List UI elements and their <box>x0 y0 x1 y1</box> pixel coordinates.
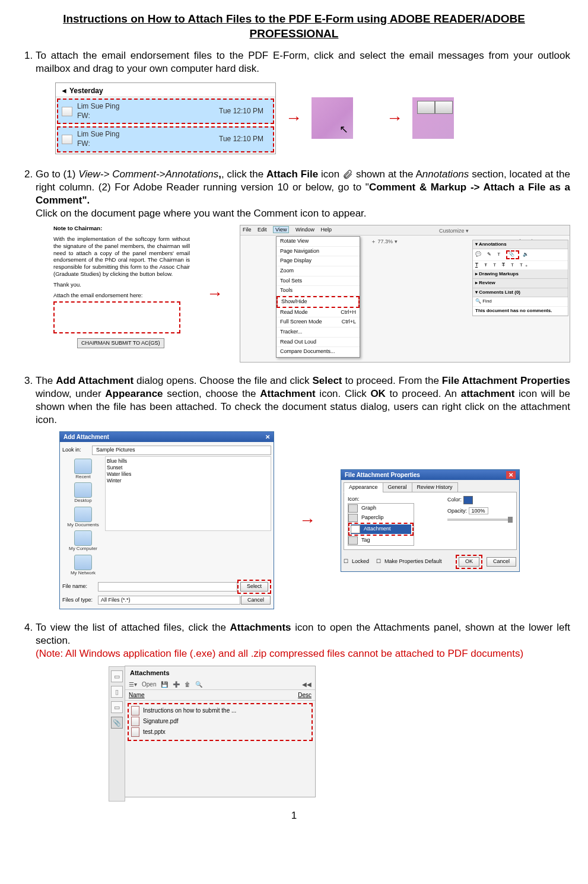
review-section[interactable]: Review <box>479 280 495 285</box>
add-icon[interactable]: ➕ <box>173 681 180 688</box>
no-comments-text: This document has no comments. <box>473 307 568 316</box>
desktop-result <box>412 97 454 139</box>
attachment-row[interactable]: Instructions on how to submit the ... <box>131 705 309 716</box>
filename-field[interactable] <box>98 582 237 592</box>
s2-pre: Go to (1) <box>36 168 78 180</box>
file-icon <box>131 717 139 726</box>
thumbnails-icon[interactable]: ▭ <box>111 670 123 682</box>
property-tabs[interactable]: AppearanceGeneralReview History <box>344 482 517 493</box>
attachment-row[interactable]: test.pptx <box>131 727 309 737</box>
attach-file-tool-icon[interactable]: 📎 <box>506 250 519 259</box>
mail-time: Tue 12:10 PM <box>219 135 263 144</box>
place-mycomputer[interactable]: My Computer <box>62 530 104 552</box>
make-default-checkbox[interactable]: Make Properties Default <box>384 558 442 565</box>
col-name[interactable]: Name <box>129 691 298 699</box>
opacity-slider[interactable] <box>508 517 513 523</box>
drawing-markups-section[interactable]: Drawing Markups <box>479 271 519 276</box>
mail-subject: FW: <box>77 112 219 121</box>
mail-icon <box>62 135 72 144</box>
menu-tracker[interactable]: Tracker... <box>276 327 360 338</box>
dialog-title: File Attachment Properties <box>345 471 420 479</box>
file-attachment-properties-dialog: File Attachment Properties✕ AppearanceGe… <box>341 469 520 572</box>
icon-graph[interactable]: Graph <box>348 504 414 513</box>
save-icon[interactable]: 💾 <box>161 681 168 688</box>
menu-read-out-loud[interactable]: Read Out Loud <box>276 338 360 348</box>
comments-list-section[interactable]: Comments List (0) <box>479 290 520 295</box>
s2-menu-path: View-> Comment->Annotations <box>78 168 218 180</box>
delete-icon[interactable]: 🗑 <box>185 681 190 688</box>
place-mydocs[interactable]: My Documents <box>62 507 104 528</box>
note-thanks: Thank you. <box>53 281 190 288</box>
filetype-field[interactable]: All Files (*.*) <box>98 596 240 605</box>
select-button[interactable]: Select <box>240 582 268 592</box>
bookmarks-icon[interactable]: ▯ <box>111 686 123 698</box>
tab-appearance[interactable]: Appearance <box>344 482 383 493</box>
step1-figure: ◄ Yesterday Lim Sue Ping FW: Tue 12:10 P… <box>53 81 570 156</box>
options-icon[interactable]: ☰▾ <box>129 681 137 688</box>
mail-row-1[interactable]: Lim Sue Ping FW: Tue 12:10 PM <box>57 98 274 124</box>
file-list[interactable]: Blue hills Sunset Water lilies Winter <box>105 456 271 531</box>
s2-line2: Click on the document page where you wan… <box>36 208 367 219</box>
tab-review-history[interactable]: Review History <box>412 482 458 493</box>
close-icon[interactable]: ✕ <box>506 471 516 479</box>
menu-show-hide[interactable]: Show/Hide <box>276 296 360 308</box>
attachments-title: Attachments <box>125 666 315 679</box>
search-icon[interactable]: 🔍 <box>195 681 202 688</box>
menu-page-nav[interactable]: Page Navigation <box>276 247 360 257</box>
mail-icon <box>62 107 72 116</box>
menu-read-mode[interactable]: Read Mode <box>280 309 308 315</box>
menu-zoom[interactable]: Zoom <box>276 266 360 276</box>
view-menu-dropdown[interactable]: Rotate View Page Navigation Page Display… <box>276 236 360 358</box>
attachment-row[interactable]: Signature.pdf <box>131 716 309 727</box>
attachments-icon[interactable]: 📎 <box>111 717 123 729</box>
color-swatch[interactable] <box>463 496 473 504</box>
pages-icon[interactable]: ▭ <box>111 701 123 713</box>
open-button[interactable]: Open <box>142 681 156 688</box>
place-recent[interactable]: Recent <box>62 459 104 480</box>
opacity-field[interactable]: 100% <box>469 507 488 514</box>
ok-button[interactable]: OK <box>459 557 479 567</box>
menu-file[interactable]: File <box>243 227 252 233</box>
menu-bar[interactable]: File Edit View Window Help <box>240 225 570 236</box>
menu-edit[interactable]: Edit <box>258 227 267 233</box>
filename-label: File name: <box>62 583 98 590</box>
menu-window[interactable]: Window <box>295 227 314 233</box>
menu-tools[interactable]: Tools <box>276 286 360 296</box>
icon-paperclip[interactable]: Paperclip <box>348 513 414 523</box>
annotations-section[interactable]: Annotations <box>479 241 507 247</box>
menu-page-display[interactable]: Page Display <box>276 256 360 266</box>
zoom-level[interactable]: 77.3% <box>378 239 393 244</box>
file-icon <box>131 727 139 737</box>
menu-tool-sets[interactable]: Tool Sets <box>276 276 360 287</box>
color-label: Color: <box>447 497 462 503</box>
close-icon[interactable]: ✕ <box>265 433 270 441</box>
note-body: With the implementation of the softcopy … <box>53 236 190 278</box>
collapse-icon[interactable]: ◀◀ <box>302 681 312 688</box>
mail-file-icon <box>417 101 435 114</box>
outlook-preview: ◄ Yesterday Lim Sue Ping FW: Tue 12:10 P… <box>55 82 276 154</box>
menu-help[interactable]: Help <box>320 227 332 233</box>
icon-tag[interactable]: Tag <box>348 536 414 545</box>
menu-full-screen[interactable]: Full Screen Mode <box>280 319 322 325</box>
instruction-list: To attach the email endorsement files to… <box>18 49 570 797</box>
customize-button[interactable]: Customize <box>439 228 465 234</box>
icon-attachment[interactable]: Attachment <box>351 524 411 534</box>
cancel-button[interactable]: Cancel <box>241 596 271 605</box>
attachments-panel: ▭ ▯ ▭ 📎 Attachments ☰▾ Open 💾 ➕ 🗑 🔍 ◀◀ N… <box>125 666 316 797</box>
menu-compare[interactable]: Compare Documents... <box>276 347 360 357</box>
place-desktop[interactable]: Desktop <box>62 482 104 504</box>
menu-view[interactable]: View <box>273 226 289 233</box>
mail-sender: Lim Sue Ping <box>77 130 219 139</box>
tab-general[interactable]: General <box>383 482 412 493</box>
place-mynetwork[interactable]: My Network <box>62 555 104 576</box>
find-field[interactable]: Find <box>482 298 492 304</box>
lookin-field[interactable]: Sample Pictures <box>92 446 271 455</box>
cancel-button[interactable]: Cancel <box>487 557 516 567</box>
s2-attachfile: Attach File <box>266 168 318 180</box>
menu-rotate[interactable]: Rotate View <box>276 237 360 247</box>
mail-row-2[interactable]: Lim Sue Ping FW: Tue 12:10 PM <box>57 126 274 152</box>
locked-checkbox[interactable]: Locked <box>352 558 369 565</box>
col-desc[interactable]: Desc <box>298 691 312 699</box>
attachment-drop-area[interactable] <box>53 301 180 333</box>
chairman-submit-button[interactable]: CHAIRMAN SUBMIT TO AC(GS) <box>77 338 164 348</box>
